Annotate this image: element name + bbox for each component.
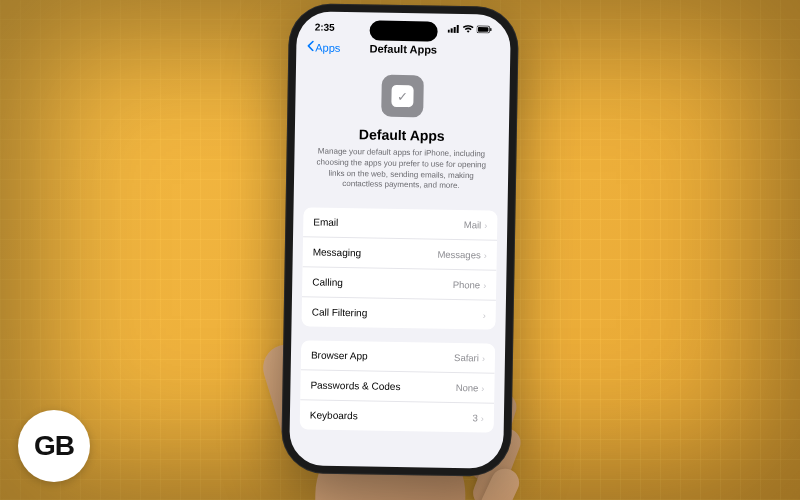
wifi-icon xyxy=(463,24,474,35)
row-value: 3 xyxy=(473,412,478,423)
row-label: Messaging xyxy=(313,247,362,259)
row-value: Mail xyxy=(464,219,482,230)
chevron-right-icon: › xyxy=(483,280,486,290)
iphone-frame: 2:35 App xyxy=(281,3,519,477)
svg-rect-6 xyxy=(490,28,491,31)
status-time: 2:35 xyxy=(315,21,335,32)
back-button-label: Apps xyxy=(315,41,340,53)
chevron-right-icon: › xyxy=(481,383,484,393)
row-value: Safari xyxy=(454,352,479,363)
setting-row-browser[interactable]: Browser App Safari› xyxy=(301,340,495,373)
hero-section: ✓ Default Apps Manage your default apps … xyxy=(294,59,511,211)
setting-row-passwords[interactable]: Passwords & Codes None› xyxy=(300,370,494,403)
row-label: Calling xyxy=(312,277,343,289)
battery-icon xyxy=(477,24,493,35)
chevron-left-icon xyxy=(306,40,314,53)
back-button[interactable]: Apps xyxy=(306,40,340,54)
row-label: Passwords & Codes xyxy=(310,380,400,393)
setting-row-call-filtering[interactable]: Call Filtering › xyxy=(301,297,495,329)
chevron-right-icon: › xyxy=(483,310,486,320)
row-label: Keyboards xyxy=(310,410,358,422)
row-label: Browser App xyxy=(311,350,368,362)
nav-title: Default Apps xyxy=(370,42,438,55)
signal-icon xyxy=(448,24,460,35)
settings-content[interactable]: ✓ Default Apps Manage your default apps … xyxy=(289,59,510,461)
svg-rect-5 xyxy=(478,27,489,32)
svg-rect-2 xyxy=(454,27,456,33)
settings-group-system: Browser App Safari› Passwords & Codes No… xyxy=(300,340,496,432)
setting-row-messaging[interactable]: Messaging Messages› xyxy=(303,237,497,270)
chevron-right-icon: › xyxy=(484,250,487,260)
row-value: None xyxy=(456,382,479,393)
setting-row-keyboards[interactable]: Keyboards 3› xyxy=(300,400,494,432)
setting-row-calling[interactable]: Calling Phone› xyxy=(302,267,496,300)
site-logo-text: GB xyxy=(34,430,74,462)
phone-container: 2:35 App xyxy=(281,3,519,477)
chevron-right-icon: › xyxy=(482,353,485,363)
hero-title: Default Apps xyxy=(311,125,493,144)
default-apps-icon: ✓ xyxy=(381,75,424,118)
row-value: Messages xyxy=(437,249,480,261)
chevron-right-icon: › xyxy=(481,413,484,423)
row-label: Email xyxy=(313,217,338,228)
site-logo-badge: GB xyxy=(18,410,90,482)
iphone-screen: 2:35 App xyxy=(289,11,511,469)
svg-rect-0 xyxy=(448,30,450,33)
svg-rect-3 xyxy=(457,25,459,33)
row-label: Call Filtering xyxy=(312,307,368,319)
chevron-right-icon: › xyxy=(484,220,487,230)
row-value: Phone xyxy=(453,279,481,290)
setting-row-email[interactable]: Email Mail› xyxy=(303,207,497,240)
settings-group-communication: Email Mail› Messaging Messages› Calling … xyxy=(301,207,497,329)
svg-rect-1 xyxy=(451,28,453,33)
hero-description: Manage your default apps for iPhone, inc… xyxy=(310,146,493,192)
dynamic-island xyxy=(369,20,437,41)
